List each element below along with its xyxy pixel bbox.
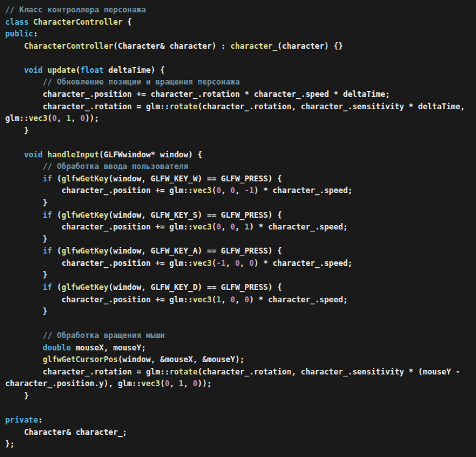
code-token [5, 66, 24, 75]
code-token: , [221, 186, 230, 195]
code-token: } [5, 391, 29, 400]
code-token: if [43, 174, 52, 183]
code-token: character_.rotation = glm:: [5, 367, 169, 376]
code-token: character_.rotation = glm:: [5, 102, 169, 111]
code-token: // Обновление позиции и вращения персона… [43, 77, 240, 86]
code-token: )); [197, 379, 212, 388]
code-token [5, 355, 43, 364]
code-token: ( [75, 66, 80, 75]
code-token: (window, GLFW_KEY_W) == GLFW_PRESS) { [108, 174, 282, 183]
code-token: ( [52, 174, 61, 183]
code-token: 0 [52, 114, 56, 123]
code-token [5, 343, 43, 352]
code-token: 0 [231, 222, 235, 231]
code-token: vec3 [29, 114, 47, 123]
code-token: , [221, 222, 230, 231]
code-token: } [5, 270, 47, 280]
code-token: character_.position += glm:: [5, 222, 193, 231]
code-token: CharacterController [33, 18, 122, 27]
code-token: )); [85, 114, 99, 123]
code-token [5, 211, 43, 220]
code-token: (window, GLFW_KEY_A) == GLFW_PRESS) { [108, 246, 282, 255]
code-token: glfwGetKey [62, 283, 108, 292]
code-token: ( [52, 283, 61, 292]
code-token: ( [52, 211, 61, 220]
code-token: -1 [245, 186, 254, 195]
code-token: // Обработка вращения мыши [43, 331, 165, 340]
code-token: (GLFWwindow* window) { [99, 150, 203, 159]
code-token: } [5, 198, 47, 207]
code-token: , [226, 259, 235, 268]
code-token: character_.position += glm:: [5, 186, 193, 195]
code-token: } [5, 307, 47, 316]
code-token [43, 66, 47, 75]
code-token [5, 162, 43, 171]
code-token: handleInput [47, 150, 99, 159]
code-token: if [43, 246, 52, 255]
code-token: character_.position += glm:: [5, 259, 193, 268]
code-token: , [235, 186, 244, 195]
code-token: rotate [169, 367, 197, 376]
code-token: , [57, 114, 66, 123]
code-token: } [5, 235, 47, 244]
code-token [5, 174, 43, 183]
code-token: vec3 [193, 295, 212, 304]
code-token: glfwGetKey [62, 211, 108, 220]
code-token: void [24, 150, 43, 159]
code-token: glfwGetCursorPos [43, 355, 118, 364]
code-token: double [43, 343, 71, 352]
code-token [5, 331, 43, 340]
code-token: (Character& character) : [113, 42, 231, 51]
code-token: vec3 [193, 186, 212, 195]
code-token: , [240, 259, 249, 268]
code-token: -1 [216, 259, 225, 268]
code-token: , [235, 295, 244, 304]
code-token: class [5, 18, 29, 27]
code-token: private [5, 415, 38, 424]
code-token: // Класс контроллера персонажа [5, 5, 146, 14]
code-token: } [5, 126, 29, 135]
code-token: 1 [245, 222, 249, 231]
code-token: ) * character_.speed; [254, 259, 353, 268]
code-token: glfwGetKey [62, 246, 108, 255]
code-token: character_ [231, 42, 277, 51]
code-token [5, 150, 24, 159]
code-token: (character) {} [277, 42, 343, 51]
code-block: // Класс контроллера персонажа class Cha… [0, 0, 476, 454]
code-token: deltaTime) { [104, 66, 165, 75]
code-token: ) * character_.speed; [249, 222, 348, 231]
code-token: 0 [245, 295, 249, 304]
code-token: ( [160, 379, 164, 388]
code-token: , [71, 114, 80, 123]
code-token: CharacterController [24, 42, 113, 51]
code-token: 0 [249, 259, 254, 268]
code-token: }; [5, 439, 14, 449]
code-token: 0 [81, 114, 85, 123]
code-token: update [47, 66, 75, 75]
code-token: ) * character_.speed; [249, 295, 348, 304]
code-token: if [43, 211, 52, 220]
code-token: 0 [165, 379, 169, 388]
code-token: , [235, 222, 244, 231]
code-token: (window, &mouseX, &mouseY); [118, 355, 244, 364]
code-token: character_.position += character_.rotati… [5, 90, 390, 99]
code-token: , [169, 379, 179, 388]
code-token: if [43, 283, 52, 292]
code-token [5, 42, 24, 51]
code-token: character_.position += glm:: [5, 295, 193, 304]
code-token: { [123, 18, 132, 27]
code-token: 0 [231, 295, 235, 304]
code-token [43, 150, 47, 159]
code-token: ( [52, 246, 61, 255]
code-token: float [81, 66, 104, 75]
code-token [5, 283, 43, 292]
code-token: Character& character_; [5, 428, 127, 437]
code-editor: // Класс контроллера персонажа class Cha… [0, 0, 476, 457]
code-token: 1 [179, 379, 183, 388]
code-token: ) * character_.speed; [254, 186, 353, 195]
code-token: // Обработка ввода пользователя [43, 162, 188, 171]
code-token: 0 [231, 186, 235, 195]
code-token: vec3 [193, 222, 212, 231]
code-token [5, 246, 43, 255]
code-token: : [38, 415, 43, 424]
